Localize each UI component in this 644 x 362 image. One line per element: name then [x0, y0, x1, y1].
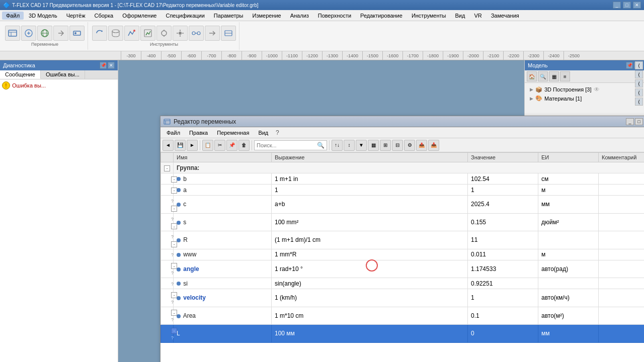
side-icon-2[interactable]: ⟨: [635, 70, 643, 78]
row-expand-angle[interactable]: - ?: [161, 260, 174, 278]
table-row[interactable]: ? si sin(angle) 0.92251: [161, 278, 645, 289]
row-expand-L[interactable]: - ?: [161, 325, 174, 343]
model-item-expand-mat[interactable]: ▶: [530, 96, 533, 101]
row-name-angle[interactable]: angle: [174, 260, 272, 278]
row-comment-c[interactable]: [599, 196, 645, 214]
row-expand-s[interactable]: ? -: [161, 213, 174, 231]
row-name-R[interactable]: R: [174, 231, 272, 249]
editor-menu-edit[interactable]: Правка: [185, 129, 212, 137]
toolbar-btn-links[interactable]: [53, 26, 68, 41]
table-row[interactable]: - ? Area 1 m*10 cm 0.1 авто(м²): [161, 307, 645, 325]
row-expr-s[interactable]: 100 mm²: [272, 213, 468, 231]
model-tool-grid[interactable]: ▦: [549, 71, 559, 81]
row-comment-R[interactable]: [599, 231, 645, 249]
row-name-area[interactable]: Area: [174, 307, 272, 325]
editor-menu-variable[interactable]: Переменная: [213, 129, 253, 137]
row-expand-a[interactable]: -: [161, 185, 174, 196]
table-row[interactable]: ? - s 100 mm² 0.155 дюйм²: [161, 213, 645, 231]
toolbar-btn-recalc[interactable]: [221, 26, 236, 41]
side-icon-5[interactable]: ⟨: [635, 98, 643, 106]
toolbar-btn-variables[interactable]: [5, 26, 20, 41]
model-tool-search[interactable]: 🔍: [538, 71, 548, 81]
ed-btn-filter[interactable]: ▼: [356, 140, 367, 151]
menu-analysis[interactable]: Анализ: [286, 12, 313, 20]
ed-btn-expand[interactable]: ⊞: [380, 140, 391, 151]
row-expand-b[interactable]: -: [161, 173, 174, 185]
row-expr-angle[interactable]: 1 rad+10 °: [272, 260, 468, 278]
ed-btn-paste[interactable]: 📌: [226, 140, 237, 151]
menu-measure[interactable]: Измерение: [249, 12, 285, 20]
model-tool-list[interactable]: ≡: [560, 71, 570, 81]
toolbar-btn-setvalue[interactable]: [205, 26, 220, 41]
row-expand-R[interactable]: ? -: [161, 231, 174, 249]
row-name-L[interactable]: L: [174, 325, 272, 343]
table-row[interactable]: - b 1 m+1 in 102.54 см: [161, 173, 645, 185]
row-name-velocity[interactable]: velocity: [174, 289, 272, 307]
table-row[interactable]: ? - c a+b 2025.4 мм: [161, 196, 645, 214]
ed-btn-group[interactable]: ▦: [368, 140, 379, 151]
menu-drawing[interactable]: Чертёж: [62, 12, 90, 20]
col-header-comment[interactable]: Комментарий: [599, 153, 645, 162]
toolbar-btn-manipulators[interactable]: [156, 26, 172, 41]
row-comment-area[interactable]: [599, 307, 645, 325]
toolbar-btn-update[interactable]: [92, 26, 107, 41]
row-expr-a[interactable]: 1: [272, 185, 468, 196]
menu-notes[interactable]: Замечания: [487, 12, 523, 20]
group-expand-btn[interactable]: -: [164, 165, 170, 171]
ed-btn-delete[interactable]: 🗑: [238, 140, 250, 151]
row-expr-velocity[interactable]: 1 (km/h): [272, 289, 468, 307]
menu-spec[interactable]: Спецификации: [162, 12, 208, 20]
row-name-www[interactable]: www: [174, 249, 272, 260]
toolbar-btn-graphs[interactable]: [140, 26, 155, 41]
right-panel-pin-btn[interactable]: 📌: [626, 62, 633, 69]
menu-view[interactable]: Вид: [451, 12, 469, 20]
menu-file[interactable]: Файл: [2, 12, 24, 20]
editor-menu-view[interactable]: Вид: [254, 129, 272, 137]
menu-3dmodel[interactable]: 3D Модель: [25, 12, 61, 20]
model-item-3d[interactable]: ▶ 📦 3D Построения [3] 👁: [528, 85, 641, 94]
model-item-expand-3d[interactable]: ▶: [530, 87, 533, 92]
row-expr-b[interactable]: 1 m+1 in: [272, 173, 468, 185]
row-expr-L[interactable]: 100 мм: [272, 325, 468, 343]
ed-btn-sort1[interactable]: ↑↓: [332, 140, 343, 151]
row-name-a[interactable]: a: [174, 185, 272, 196]
menu-edit[interactable]: Редактирование: [356, 12, 407, 20]
row-expand-www[interactable]: ?: [161, 249, 174, 260]
ed-btn-settings[interactable]: ⚙: [404, 140, 415, 151]
row-comment-a[interactable]: [599, 185, 645, 196]
col-header-unit[interactable]: ЕИ: [538, 153, 599, 162]
menu-formatting[interactable]: Оформление: [118, 12, 160, 20]
minimize-button[interactable]: _: [613, 2, 621, 9]
menu-tools[interactable]: Инструменты: [408, 12, 450, 20]
row-expand-area[interactable]: - ?: [161, 307, 174, 325]
ed-btn-sort2[interactable]: ↕: [344, 140, 355, 151]
toolbar-btn-optimize[interactable]: [124, 26, 139, 41]
diagnostics-close-btn[interactable]: ✕: [108, 62, 115, 69]
row-comment-L[interactable]: [599, 325, 645, 343]
row-name-si[interactable]: si: [174, 278, 272, 289]
row-expand-velocity[interactable]: - ?: [161, 289, 174, 307]
diagnostics-controls[interactable]: 📌 ✕: [100, 62, 115, 69]
ed-btn-cut[interactable]: ✂: [214, 140, 225, 151]
row-expr-area[interactable]: 1 m*10 cm: [272, 307, 468, 325]
side-icon-4[interactable]: ⟨: [635, 88, 643, 97]
table-row[interactable]: - ? angle 1 rad+10 ° 1.174533 авто(рад): [161, 260, 645, 278]
row-comment-www[interactable]: [599, 249, 645, 260]
ed-search-input[interactable]: [257, 142, 317, 148]
row-expand-c[interactable]: ? -: [161, 196, 174, 214]
var-editor-maximize-btn[interactable]: □: [635, 118, 643, 125]
row-expand-si[interactable]: ?: [161, 278, 174, 289]
editor-menu-help[interactable]: ?: [273, 129, 281, 137]
var-editor-window-controls[interactable]: _ □ ✕: [626, 118, 644, 125]
group-expand-cell[interactable]: -: [161, 162, 174, 173]
ed-btn-forward[interactable]: ►: [187, 140, 198, 151]
title-bar-controls[interactable]: _ □ ✕: [613, 2, 641, 9]
var-editor-minimize-btn[interactable]: _: [626, 118, 634, 125]
row-expr-si[interactable]: sin(angle): [272, 278, 468, 289]
maximize-button[interactable]: □: [623, 2, 631, 9]
toolbar-btn-element[interactable]: [69, 26, 85, 41]
row-name-s[interactable]: s: [174, 213, 272, 231]
ed-btn-copy[interactable]: 📋: [202, 140, 213, 151]
menu-params[interactable]: Параметры: [210, 12, 248, 20]
toolbar-btn-base[interactable]: [108, 26, 123, 41]
